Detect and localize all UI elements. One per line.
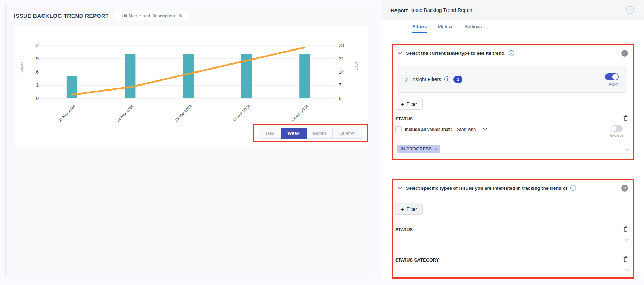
issue-type-filter-section: Select the current issue type to see its… [392,44,634,160]
insight-filters-toggle-label: Active [608,82,619,86]
include-values-checkbox[interactable] [395,126,402,132]
issue-types-tracking-section: Select specific types of issues you are … [392,179,634,279]
period-month-button[interactable]: Month [306,128,333,139]
exclude-toggle-label: Exclude [610,133,623,137]
x-tick-label: 18 Mar 2024 [116,104,134,123]
page-title: ISSUE BACKLOG TREND REPORT [14,13,109,19]
info-glyph: i [511,51,512,55]
chip-remove-icon[interactable]: × [435,146,438,152]
chevron-down-icon[interactable] [624,237,629,243]
right-axis-tick: 28 [339,43,344,48]
right-axis-tick: 21 [339,56,344,61]
chevron-down-icon[interactable] [624,267,629,273]
panel-bottom-strip [393,273,633,277]
bar-25-mar-2024 [183,54,194,99]
left-axis-tick: 0 [36,96,39,101]
plus-icon: + [401,101,404,107]
add-filter-label: Filter [407,101,417,107]
add-filter-button[interactable]: + Filter [395,98,423,110]
period-toggle: DayWeekMonthQuarter [259,128,362,139]
panel-tabs: FiltersMetricsSettings [412,24,482,33]
right-axis-label: Days [354,61,358,71]
edit-name-label: Edit Name and Description [119,13,175,18]
info-icon[interactable]: i [570,185,576,191]
insight-filters-expander[interactable]: Insight Filters i 1 [405,76,462,83]
plus-icon: + [401,206,404,212]
panel-header: Report Issue Backlog Trend Report ? [382,0,644,20]
x-tick-label: 11 Mar 2024 [58,104,76,123]
left-axis-tick: 6 [36,70,39,75]
x-tick-label: 01 Apr 2024 [233,104,251,122]
right-axis-tick: 7 [339,83,341,88]
status-select-underline [395,157,631,157]
annotation-box-period-toggle: DayWeekMonthQuarter [253,124,368,142]
period-day-button[interactable]: Day [259,128,281,139]
edit-name-button[interactable]: Edit Name and Description ✎ [114,10,188,21]
report-settings-panel: Report Issue Backlog Trend Report ? Filt… [382,0,644,279]
info-glyph: i [447,78,448,82]
x-tick-label: 25 Mar 2024 [174,104,192,123]
chevron-down-icon[interactable] [483,128,487,131]
bar-08-apr-2024 [299,54,310,99]
chevron-down-icon [397,187,402,190]
trash-icon[interactable] [623,115,629,123]
section2-header[interactable]: Select specific types of issues you are … [393,180,633,196]
tab-filters[interactable]: Filters [412,24,427,33]
chevron-down-icon[interactable] [624,146,629,153]
help-glyph: ? [629,8,631,13]
chevron-right-icon [405,77,408,82]
section2-count-badge: 0 [621,185,628,192]
bar-18-mar-2024 [125,54,135,99]
report-card: ISSUE BACKLOG TREND REPORT Edit Name and… [5,4,375,277]
section1-title: Select the current issue type to see its… [406,51,506,56]
section2-title: Select specific types of issues you are … [406,185,567,191]
left-axis-label: Tickets [20,61,24,74]
info-glyph: i [573,186,574,190]
left-axis-tick: 3 [36,83,39,88]
insight-filters-card: Insight Filters i 1 Active [397,66,627,93]
status-chip: IN PROGRESS × [397,145,440,153]
add-filter-label: Filter [407,206,417,212]
help-icon[interactable]: ? [626,6,634,14]
insight-filters-count-badge: 1 [453,76,462,83]
period-week-button[interactable]: Week [281,128,307,139]
info-icon[interactable]: i [444,76,450,82]
match-option-select[interactable]: Start with [457,127,476,132]
report-card-header: ISSUE BACKLOG TREND REPORT Edit Name and… [14,10,188,21]
add-filter-button[interactable]: + Filter [395,203,423,215]
panel-header-title: Issue Backlog Trend Report [410,7,473,13]
tab-metrics[interactable]: Metrics [438,24,454,33]
status-category-field-label: STATUS CATEGORY [395,258,439,263]
tab-settings[interactable]: Settings [464,24,482,33]
trash-icon[interactable] [623,256,629,264]
chevron-down-icon [397,52,402,55]
status-chip-label: IN PROGRESS [401,146,432,152]
left-axis-tick: 9 [36,56,39,61]
x-tick-label: 08 Apr 2024 [291,104,309,122]
right-axis-tick: 14 [339,70,344,75]
include-values-label: Include all values that : [405,127,452,132]
info-icon[interactable]: i [509,50,514,56]
exclude-toggle[interactable] [611,125,623,132]
trash-icon[interactable] [623,225,629,234]
section1-header[interactable]: Select the current issue type to see its… [393,45,633,61]
section1-count-badge: 1 [621,50,628,57]
right-axis-tick: 0 [339,96,341,101]
left-axis-tick: 12 [34,43,39,48]
pencil-icon: ✎ [178,13,183,18]
status-field-label: STATUS [395,227,413,232]
status-field-label: STATUS [395,117,413,122]
period-quarter-button[interactable]: Quarter [332,128,362,139]
toggle-knob [612,74,618,80]
insight-filters-active-toggle[interactable] [605,73,619,80]
include-values-row: Include all values that : Start with [395,126,487,132]
toggle-knob [611,126,616,131]
panel-header-label: Report [390,7,408,13]
insight-filters-label: Insight Filters [411,76,441,82]
status-select-underline [395,245,631,245]
